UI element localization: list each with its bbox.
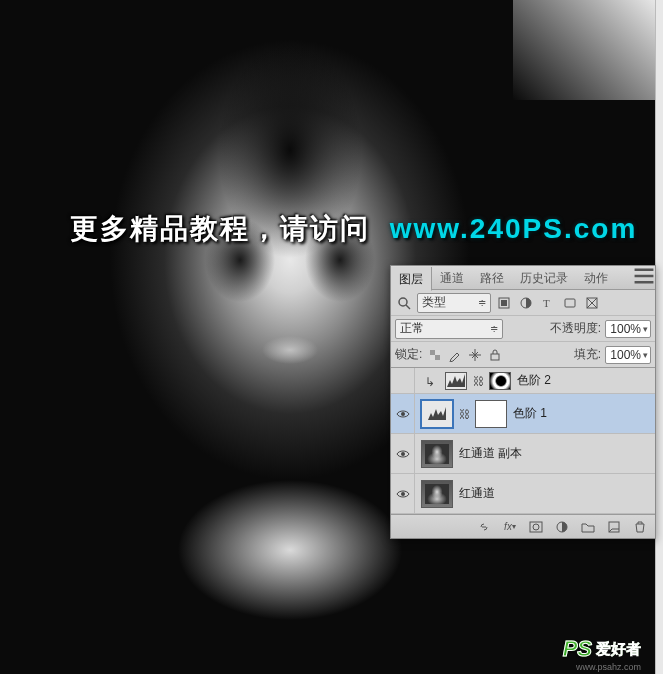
delete-layer-button[interactable]	[631, 518, 649, 536]
eye-icon	[396, 489, 410, 499]
svg-point-13	[401, 452, 405, 456]
layer-thumbnail[interactable]	[421, 440, 453, 468]
layer-name[interactable]: 色阶 1	[513, 405, 547, 422]
tab-layers[interactable]: 图层	[391, 267, 432, 291]
corner-watermark-url: www.psahz.com	[576, 662, 641, 672]
layer-name[interactable]: 红通道	[459, 485, 495, 502]
fill-input[interactable]: 100% ▾	[605, 346, 651, 364]
svg-rect-5	[565, 299, 575, 307]
eye-icon	[396, 449, 410, 459]
svg-rect-8	[435, 355, 440, 360]
panel-menu-button[interactable]	[633, 265, 655, 290]
canvas-edge	[655, 0, 663, 674]
lock-position-icon[interactable]	[466, 346, 484, 364]
svg-rect-9	[435, 350, 440, 355]
fill-label: 填充:	[574, 346, 601, 363]
corner-watermark: PS 爱好者	[563, 636, 641, 662]
new-adjustment-button[interactable]	[553, 518, 571, 536]
photo-highlight	[513, 0, 663, 100]
new-group-button[interactable]	[579, 518, 597, 536]
ps-logo-suffix: 爱好者	[596, 640, 641, 659]
svg-point-12	[401, 412, 405, 416]
chevron-down-icon: ▾	[643, 324, 648, 334]
watermark-text: 更多精品教程，请访问 www.240PS.com	[70, 210, 637, 248]
layer-name[interactable]: 色阶 2	[517, 372, 551, 389]
opacity-input[interactable]: 100% ▾	[605, 320, 651, 338]
tab-actions[interactable]: 动作	[576, 266, 616, 290]
levels-icon	[446, 374, 466, 388]
tab-paths[interactable]: 路径	[472, 266, 512, 290]
visibility-toggle[interactable]	[391, 434, 415, 473]
panel-footer: fx▾	[391, 514, 655, 538]
svg-text:T: T	[543, 297, 550, 309]
panel-tab-bar: 图层 通道 路径 历史记录 动作	[391, 266, 655, 290]
lock-row: 锁定: 填充: 100% ▾	[391, 342, 655, 368]
blend-mode-value: 正常	[400, 320, 424, 337]
watermark-part2: www.240PS.com	[390, 213, 638, 244]
filter-kind-select[interactable]: 类型 ≑	[417, 293, 491, 313]
link-icon[interactable]: ⛓	[459, 408, 469, 420]
watermark-part1: 更多精品教程，请访问	[70, 213, 370, 244]
layer-name[interactable]: 红通道 副本	[459, 445, 522, 462]
adjustment-thumbnail[interactable]	[445, 372, 467, 390]
svg-point-14	[401, 492, 405, 496]
layer-thumbnail[interactable]	[421, 480, 453, 508]
filter-smart-icon[interactable]	[583, 294, 601, 312]
filter-pixel-icon[interactable]	[495, 294, 513, 312]
layer-row-red[interactable]: 红通道	[391, 474, 655, 514]
layer-row-red-copy[interactable]: 红通道 副本	[391, 434, 655, 474]
filter-row: 类型 ≑ T	[391, 290, 655, 316]
layers-panel: 图层 通道 路径 历史记录 动作 类型 ≑ T 正常 ≑ 不透明度: 100% …	[390, 265, 656, 539]
filter-type-icon[interactable]: T	[539, 294, 557, 312]
levels-icon	[427, 407, 447, 421]
chevron-down-icon: ≑	[478, 297, 486, 308]
tab-channels[interactable]: 通道	[432, 266, 472, 290]
lock-all-icon[interactable]	[486, 346, 504, 364]
svg-rect-7	[430, 350, 435, 355]
menu-icon	[633, 265, 655, 287]
layer-mask-thumbnail[interactable]	[489, 372, 511, 390]
adjustment-thumbnail[interactable]	[421, 400, 453, 428]
chevron-down-icon: ≑	[490, 323, 498, 334]
layer-row-levels-2[interactable]: ↳ ⛓ 色阶 2	[391, 368, 655, 394]
opacity-value: 100%	[610, 322, 641, 336]
visibility-toggle[interactable]	[391, 394, 415, 433]
filter-shape-icon[interactable]	[561, 294, 579, 312]
lock-icon-group	[426, 346, 504, 364]
ps-logo-text: PS	[563, 636, 592, 662]
new-layer-button[interactable]	[605, 518, 623, 536]
layer-mask-thumbnail[interactable]	[475, 400, 507, 428]
eye-icon	[396, 409, 410, 419]
link-icon[interactable]: ⛓	[473, 375, 483, 387]
add-mask-button[interactable]	[527, 518, 545, 536]
visibility-toggle[interactable]	[391, 368, 415, 393]
opacity-label: 不透明度:	[550, 320, 601, 337]
link-layers-button[interactable]	[475, 518, 493, 536]
svg-point-0	[399, 298, 407, 306]
blend-row: 正常 ≑ 不透明度: 100% ▾	[391, 316, 655, 342]
layers-list: ↳ ⛓ 色阶 2 ⛓ 色阶 1	[391, 368, 655, 514]
lock-pixels-icon[interactable]	[446, 346, 464, 364]
tab-history[interactable]: 历史记录	[512, 266, 576, 290]
lock-transparent-icon[interactable]	[426, 346, 444, 364]
filter-adjust-icon[interactable]	[517, 294, 535, 312]
layer-row-levels-1[interactable]: ⛓ 色阶 1	[391, 394, 655, 434]
svg-rect-2	[501, 300, 507, 306]
clip-indicator-icon: ↳	[421, 375, 439, 389]
chevron-down-icon: ▾	[643, 350, 648, 360]
fill-value: 100%	[610, 348, 641, 362]
svg-point-16	[533, 524, 539, 530]
svg-rect-11	[491, 354, 499, 360]
svg-rect-10	[430, 355, 435, 360]
filter-kind-value: 类型	[422, 294, 446, 311]
visibility-toggle[interactable]	[391, 474, 415, 513]
search-icon[interactable]	[395, 294, 413, 312]
lock-label: 锁定:	[395, 346, 422, 363]
blend-mode-select[interactable]: 正常 ≑	[395, 319, 503, 339]
fx-button[interactable]: fx▾	[501, 518, 519, 536]
